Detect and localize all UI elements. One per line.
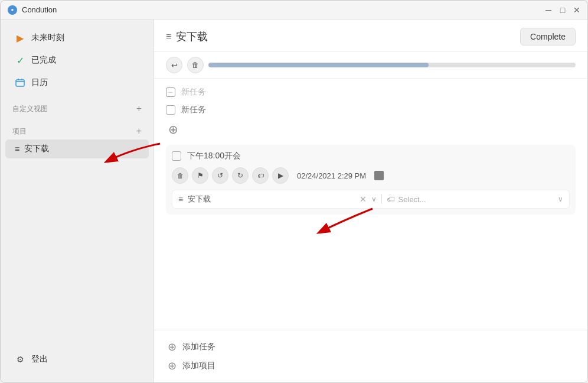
delete-toolbar-icon: 🗑 [192,61,199,69]
sidebar-bottom: ⚙ 登出 [1,343,153,375]
progress-bar-fill [208,63,429,67]
flag-icon: ⚑ [197,171,204,180]
expanded-delete-icon: 🗑 [177,172,184,179]
done-icon: ✓ [15,55,25,66]
tag-select[interactable]: 🏷 Select... [387,194,553,204]
refresh-icon: ↻ [237,171,243,180]
sidebar-item-future[interactable]: ▶ 未来时刻 [5,28,149,48]
meta-row: ≡ 安下载 ✕ ∨ 🏷 Select... ∨ [172,190,570,209]
back-button[interactable]: ↩ [166,57,182,73]
expanded-play-button[interactable]: ▶ [272,167,289,184]
close-button[interactable]: ✕ [573,7,580,14]
logout-label: 登出 [31,354,48,365]
progress-bar-container [208,63,576,67]
window-controls: ─ □ ✕ [545,7,580,14]
meta-chevron-icon[interactable]: ∨ [371,195,377,203]
sidebar-item-done[interactable]: ✓ 已完成 [5,50,149,70]
sidebar-item-calendar[interactable]: 日历 [5,73,149,93]
expanded-task-title: 下午18:00开会 [187,151,241,161]
svg-rect-0 [16,80,24,86]
play-icon: ▶ [278,171,283,180]
maximize-button[interactable]: □ [559,7,566,14]
task1-checkbox[interactable]: ─ [166,87,175,97]
content-title-icon: ≡ [166,31,171,42]
add-task-inline[interactable]: ⊕ [166,119,576,140]
content-title-text: 安下载 [176,30,208,44]
projects-label: 项目 [12,126,27,137]
add-custom-view-button[interactable]: + [136,103,142,114]
expanded-flag-button[interactable]: ⚑ [192,167,208,184]
task-action-row: 🗑 ⚑ ↺ ↻ 🏷 ▶ [172,167,570,184]
project-label: 安下载 [24,144,49,154]
delete-toolbar-button[interactable]: 🗑 [187,57,204,73]
expanded-task: 下午18:00开会 🗑 ⚑ ↺ ↻ [166,145,576,215]
content-header: ≡ 安下载 Complete [154,20,587,52]
meta-close-button[interactable]: ✕ [360,194,367,204]
titlebar: ● Condution ─ □ ✕ [1,1,587,20]
expanded-tag-button[interactable]: 🏷 [252,167,269,184]
meta-project-name: 安下载 [188,194,354,205]
add-task-label: 添加任务 [182,342,215,352]
tag-placeholder: Select... [398,195,426,204]
tag-action-icon: 🏷 [257,172,264,179]
repeat-icon: ↺ [217,171,223,180]
calendar-icon [15,77,25,88]
app-title: Condution [22,5,57,14]
back-icon: ↩ [171,61,178,70]
expanded-delete-button[interactable]: 🗑 [172,167,188,184]
app-icon: ● [8,5,17,15]
sidebar-item-calendar-label: 日历 [31,77,48,88]
add-task-button[interactable]: ⊕ 添加任务 [166,337,576,356]
meta-project-icon: ≡ [178,194,183,204]
add-project-button[interactable]: + [136,126,142,137]
projects-section: 项目 + [1,121,153,139]
custom-views-section: 自定义视图 + [1,99,153,116]
project-icon: ≡ [15,144,19,154]
complete-button[interactable]: Complete [520,28,576,46]
task2-text: 新任务 [181,105,206,115]
add-project-action-button[interactable]: ⊕ 添加项目 [166,356,576,375]
add-project-label: 添加项目 [182,361,215,371]
color-button[interactable] [374,171,384,180]
task1-text: 新任务 [181,87,206,98]
content-title: ≡ 安下载 [166,30,208,44]
expanded-refresh-button[interactable]: ↻ [232,167,249,184]
task-datetime: 02/24/2021 2:29 PM [292,171,371,180]
list-item: ─ 新任务 [166,83,576,101]
expanded-task-checkbox[interactable] [172,151,181,161]
task-list: ─ 新任务 新任务 ⊕ 下午18:00开会 [154,79,587,330]
add-task-icon: ⊕ [166,341,178,353]
add-project-icon: ⊕ [166,360,178,372]
logout-icon: ⚙ [15,354,25,365]
expanded-repeat-button[interactable]: ↺ [212,167,228,184]
meta-divider [381,194,382,204]
main-container: ▶ 未来时刻 ✓ 已完成 日历 自定义视图 + 项目 + [1,20,587,382]
expanded-task-header: 下午18:00开会 [172,151,570,161]
list-item: 新任务 [166,101,576,119]
sidebar-item-future-label: 未来时刻 [31,33,64,43]
minimize-button[interactable]: ─ [545,7,552,14]
bottom-actions: ⊕ 添加任务 ⊕ 添加项目 [154,330,587,382]
future-icon: ▶ [15,33,25,43]
tag-select-icon: 🏷 [387,194,395,204]
sidebar-item-done-label: 已完成 [31,55,56,66]
content-area: ≡ 安下载 Complete ↩ 🗑 ─ 新任务 [154,20,587,382]
logout-button[interactable]: ⚙ 登出 [5,349,149,369]
tag-chevron-icon[interactable]: ∨ [558,195,563,203]
custom-views-label: 自定义视图 [12,104,48,114]
toolbar-row: ↩ 🗑 [154,52,587,79]
sidebar-item-download[interactable]: ≡ 安下载 [5,139,149,158]
task2-checkbox[interactable] [166,105,175,115]
add-task-inline-icon[interactable]: ⊕ [166,122,180,137]
sidebar: ▶ 未来时刻 ✓ 已完成 日历 自定义视图 + 项目 + [1,20,154,382]
